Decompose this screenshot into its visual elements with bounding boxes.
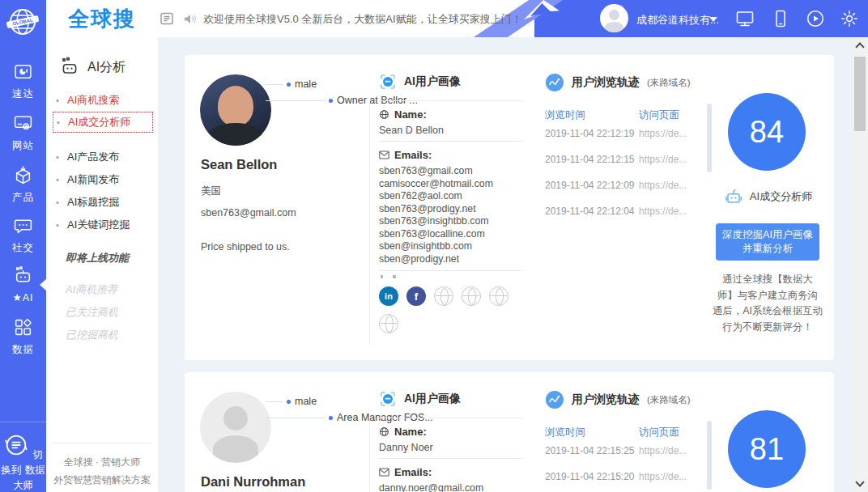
menu-item[interactable]: AI关键词挖掘 (54, 215, 153, 235)
globe-icon (379, 426, 389, 437)
track-row: 2019-11-04 22:12:09 https://de... (545, 180, 715, 206)
menu-item[interactable]: AI成交分析师 (53, 112, 153, 133)
column-divider (369, 102, 370, 345)
visit-page-link[interactable]: https://de... (639, 154, 687, 165)
visit-page-link[interactable]: https://de... (639, 471, 687, 482)
collapse-menu-icon[interactable] (160, 12, 173, 28)
col-time: 浏览时间 (545, 426, 585, 438)
divider (379, 458, 523, 459)
visit-time: 2019-11-04 22:15:25 (545, 445, 635, 456)
social-icon[interactable] (406, 286, 426, 306)
menu-item[interactable]: AI商机搜索 (54, 91, 153, 110)
emails-label: Emails: (379, 466, 432, 478)
track-column-headers: 浏览时间 访问页面 (545, 426, 707, 439)
lead-note: Price shipped to us. (201, 241, 290, 252)
portrait-header: AI用户画像 (379, 73, 461, 91)
visit-page-link[interactable]: https://de... (639, 445, 687, 456)
social-icon[interactable] (434, 286, 453, 306)
social-icon (13, 215, 33, 235)
email-item: sben@prodigy.net (379, 253, 493, 266)
sidebar-item-chanpin[interactable]: 产品 (0, 165, 46, 205)
active-item-pointer (40, 279, 46, 291)
scroll-down-arrow[interactable] (855, 477, 864, 486)
face-scan-icon (379, 73, 397, 91)
route-icon (545, 73, 564, 92)
app-title: 全球搜 (46, 5, 158, 33)
social-links (379, 286, 518, 333)
visit-time: 2019-11-04 22:12:19 (545, 128, 635, 139)
upcoming-item: 已挖掘商机 (66, 324, 155, 346)
email-item: sben763@localline.com (379, 228, 493, 241)
track-row: 2019-11-04 22:15:25 https://de... (545, 445, 715, 471)
data-icon (13, 317, 33, 337)
sidebar-item-wangzhan[interactable]: 网站 (0, 113, 46, 153)
page-scrollbar[interactable] (852, 37, 868, 492)
envelope-icon (379, 150, 389, 160)
upcoming-section: 即将上线功能 AI商机推荐已关注商机已挖掘商机 (66, 251, 155, 346)
upcoming-title: 即将上线功能 (66, 251, 155, 265)
name-label: Name: (379, 426, 427, 438)
visit-page-link[interactable]: https://de... (639, 128, 687, 139)
user-avatar[interactable] (600, 4, 628, 32)
menu-item[interactable]: AI标题挖掘 (54, 193, 153, 212)
lead-card: male Owner at Bellor ... Sean Bellon 美国 … (185, 55, 834, 360)
track-column-headers: 浏览时间 访问页面 (545, 108, 707, 122)
clipped-text-fragment (381, 275, 402, 278)
lead-card: male Area Manager FOS... Dani Nurrohman … (185, 372, 834, 492)
social-icon[interactable] (379, 286, 398, 306)
name-label: Name: (379, 108, 427, 121)
deep-mine-button[interactable]: 深度挖掘AI用户画像 并重新分析 (716, 223, 819, 261)
track-row: 2019-11-04 22:15:20 https://de... (545, 471, 715, 492)
upcoming-item: AI商机推荐 (66, 278, 155, 301)
portrait-name: Danny Noer (379, 442, 433, 453)
track-row: 2019-11-04 22:12:04 https://de... (545, 206, 715, 231)
global-logo[interactable]: GLOBAL (6, 6, 39, 38)
ai-score-badge: 81 (728, 410, 806, 488)
divider (379, 418, 523, 418)
visit-time: 2019-11-04 22:15:20 (545, 471, 635, 482)
scroll-up-arrow[interactable] (855, 42, 864, 51)
sidebar-item-suda[interactable]: 速达 (0, 62, 46, 101)
social-icon[interactable] (379, 314, 398, 333)
track-row: 2019-11-04 22:12:19 https://de... (545, 128, 715, 154)
gear-icon[interactable] (840, 9, 859, 32)
ai-menu: AI商机搜索 AI成交分析师 AI产品发布 AI新闻发布 AI标题挖掘 AI关键… (54, 91, 153, 238)
globe-icon (379, 109, 389, 120)
visit-page-link[interactable]: https://de... (639, 180, 687, 191)
visit-time: 2019-11-04 22:12:04 (545, 206, 635, 217)
website-icon (13, 113, 33, 134)
email-item: sben763@gmail.com (379, 165, 493, 178)
ai-robot-icon (13, 265, 33, 286)
track-rows: 2019-11-04 22:15:25 https://de... 2019-1… (545, 445, 715, 492)
social-icon[interactable] (489, 286, 508, 306)
ai-analysis-icon (59, 57, 80, 78)
social-icon[interactable] (462, 286, 481, 306)
menu-item[interactable]: AI产品发布 (54, 147, 153, 167)
menu-item[interactable]: AI新闻发布 (54, 170, 153, 189)
monitor-icon[interactable] (735, 9, 755, 32)
company-dropdown[interactable]: 成都谷道科技有... (636, 13, 719, 28)
lead-email: sben763@gmail.com (201, 207, 296, 218)
top-header: 欢迎使用全球搜V5.0 全新后台，大数据AI赋能，让全球买家搜上门！ 成都谷道科… (158, 0, 868, 37)
phone-icon[interactable] (771, 9, 790, 32)
switch-to-data-master[interactable]: 切换到 数据大师 (0, 422, 46, 492)
secondary-sidebar: 全球搜 AI分析 AI商机搜索 AI成交分析师 AI产品发布 AI新闻发布 AI… (46, 0, 158, 492)
route-icon (545, 390, 564, 409)
scrollbar-thumb[interactable] (854, 57, 866, 131)
chevron-down-icon (709, 17, 717, 22)
sidebar-item-shejiao[interactable]: 社交 (0, 215, 46, 255)
emails-label: Emails: (379, 149, 432, 161)
analyst-robot-icon (723, 186, 744, 207)
app-window: 欢迎使用全球搜V5.0 全新后台，大数据AI赋能，让全球买家搜上门！ 成都谷道科… (0, 0, 868, 492)
play-icon[interactable] (806, 9, 825, 32)
email-item: sben763@prodigy.net (379, 203, 493, 216)
upcoming-item: 已关注商机 (66, 301, 155, 324)
email-item: camisoccer@hotmail.com (379, 178, 493, 191)
visit-page-link[interactable]: https://de... (639, 206, 687, 217)
gender-tag: male (266, 396, 317, 407)
score-tip: 通过全球搜【数据大师】与客户建立商务沟通后，AI系统会根据互动行为不断更新评分！ (713, 272, 823, 335)
footer-brand: 全球搜 · 营销大师 (53, 453, 151, 471)
email-list: sben763@gmail.comcamisoccer@hotmail.coms… (379, 165, 493, 265)
sidebar-item-shuju[interactable]: 数据 (0, 317, 46, 357)
analyst-row: AI成交分析师 (711, 186, 824, 207)
